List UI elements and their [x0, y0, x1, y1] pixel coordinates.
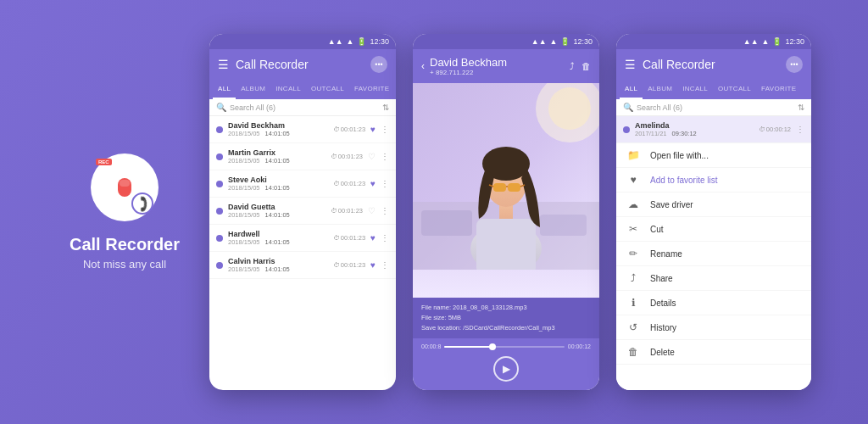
phone-1-status-bar: ▲▲ ▲ 🔋 12:30 — [209, 34, 396, 49]
call-dot-2 — [216, 181, 223, 187]
menu-save-driver[interactable]: ☁ Save driver — [616, 192, 811, 217]
heart-icon-1[interactable]: ♡ — [368, 152, 376, 161]
file-info-section: File name: 2018_08_08_133128.mp3 File si… — [413, 298, 599, 338]
highlighted-call-name: Amelinda — [635, 121, 754, 130]
branding-section: REC 📞 Call Recorder Not miss any call — [57, 153, 192, 271]
history-icon: ↺ — [626, 321, 640, 333]
back-button[interactable]: ‹ — [421, 60, 425, 72]
more-icon-2[interactable]: ⋮ — [381, 179, 389, 188]
search-text[interactable]: Search All (6) — [230, 103, 379, 112]
filter-icon[interactable]: ⇅ — [382, 103, 389, 112]
main-layout: REC 📞 Call Recorder Not miss any call ▲▲… — [0, 0, 868, 424]
phone-2: ▲▲ ▲ 🔋 12:30 ‹ David Beckham + 892.711.2… — [413, 34, 599, 390]
heart-icon-0[interactable]: ♥ — [370, 125, 376, 134]
wifi-icon-3: ▲ — [762, 37, 770, 46]
call-time-0: 14:01:05 — [265, 130, 290, 137]
call-item-5[interactable]: Calvin Harris 2018/15/05 14:01:05 ⏱ 00:0… — [209, 252, 396, 279]
photo-svg — [413, 83, 599, 270]
call-date-0: 2018/15/05 — [228, 130, 260, 137]
tab-all[interactable]: ALL — [213, 80, 236, 99]
filter-icon-3[interactable]: ⇅ — [798, 103, 804, 112]
call-dot-1 — [216, 153, 223, 160]
call-name-3: David Guetta — [228, 203, 326, 211]
call-name-5: Calvin Harris — [228, 257, 328, 265]
menu-open-file-label: Open file with... — [650, 151, 709, 160]
more-icon-1[interactable]: ⋮ — [381, 152, 389, 161]
call-time-3: 14:01:05 — [265, 211, 290, 219]
progress-track[interactable] — [444, 346, 564, 348]
heart-menu-icon: ♥ — [626, 174, 640, 186]
menu-history[interactable]: ↺ History — [616, 315, 811, 340]
heart-icon-4[interactable]: ♥ — [370, 233, 376, 243]
more-icon-highlighted[interactable]: ⋮ — [796, 125, 804, 134]
phone-3-more-icon[interactable]: ••• — [786, 56, 803, 73]
highlighted-call-date: 2017/11/21 — [635, 130, 667, 137]
menu-add-favorite[interactable]: ♥ Add to favorite list — [616, 168, 811, 192]
hamburger-icon[interactable]: ☰ — [218, 58, 229, 71]
call-time-1: 14:01:05 — [265, 157, 290, 165]
tab3-album[interactable]: ALBUM — [643, 80, 677, 99]
tab3-all[interactable]: ALL — [620, 80, 643, 99]
delete-icon[interactable]: 🗑 — [581, 61, 591, 71]
call-date-2: 2018/15/05 — [228, 184, 260, 192]
detail-header-icons: ⤴ 🗑 — [570, 61, 591, 71]
folder-icon: 📁 — [626, 149, 640, 161]
call-item-0[interactable]: David Beckham 2018/15/05 14:01:05 ⏱ 00:0… — [209, 116, 396, 143]
more-icon-0[interactable]: ⋮ — [381, 125, 389, 134]
contact-phone: + 892.711.222 — [430, 69, 565, 76]
time-start: 00:00:8 — [421, 343, 441, 349]
call-name-0: David Beckham — [228, 121, 328, 130]
share-icon[interactable]: ⤴ — [570, 61, 575, 71]
highlighted-call-time: 09:30:12 — [672, 130, 697, 137]
menu-cut[interactable]: ✂ Cut — [616, 217, 811, 242]
hamburger-icon-3[interactable]: ☰ — [625, 58, 636, 71]
tab-outcall[interactable]: OUTCALL — [306, 80, 349, 99]
call-item-4[interactable]: Hardwell 2018/15/05 14:01:05 ⏱ 00:01:23 … — [209, 225, 396, 252]
menu-cut-label: Cut — [650, 225, 664, 234]
more-icon-3[interactable]: ⋮ — [381, 206, 389, 215]
call-info-0: David Beckham 2018/15/05 14:01:05 — [228, 121, 328, 137]
menu-delete[interactable]: 🗑 Delete — [616, 340, 811, 365]
tab3-incall[interactable]: INCALL — [677, 80, 713, 99]
call-dot-highlighted — [623, 126, 630, 133]
player-controls: 00:00:8 00:00:12 ▶ — [413, 338, 599, 390]
progress-bar: 00:00:8 00:00:12 — [421, 343, 591, 349]
menu-rename[interactable]: ✏ Rename — [616, 242, 811, 266]
heart-icon-2[interactable]: ♥ — [370, 179, 376, 188]
wifi-icon-2: ▲ — [550, 37, 558, 46]
more-icon-4[interactable]: ⋮ — [381, 233, 389, 243]
call-item-1[interactable]: Martin Garrix 2018/15/05 14:01:05 ⏱ 00:0… — [209, 143, 396, 170]
call-item-2[interactable]: Steve Aoki 2018/15/05 14:01:05 ⏱ 00:01:2… — [209, 170, 396, 198]
phone-1-header: ☰ Call Recorder ••• — [209, 49, 396, 80]
highlighted-call-duration: ⏱ 00:00:12 — [759, 126, 791, 133]
menu-open-file[interactable]: 📁 Open file with... — [616, 143, 811, 168]
phone-1-tabs: ALL ALBUM INCALL OUTCALL FAVORITE — [209, 80, 396, 99]
clock-icon-2: ⏱ — [333, 180, 340, 187]
heart-icon-5[interactable]: ♥ — [370, 260, 376, 270]
signal-icon-2: ▲▲ — [531, 37, 547, 46]
scissors-icon: ✂ — [626, 223, 640, 235]
highlighted-call-item[interactable]: Amelinda 2017/11/21 09:30:12 ⏱ 00:00:12 … — [616, 116, 811, 143]
tab-incall[interactable]: INCALL — [270, 80, 306, 99]
menu-share[interactable]: ⤴ Share — [616, 266, 811, 291]
tab-favorite[interactable]: FAVORITE — [349, 80, 394, 99]
call-time-2: 14:01:05 — [265, 184, 290, 192]
svg-rect-3 — [540, 215, 587, 236]
branding-subtitle: Not miss any call — [83, 258, 166, 271]
call-item-3[interactable]: David Guetta 2018/15/05 14:01:05 ⏱ 00:01… — [209, 198, 396, 225]
call-dot-3 — [216, 208, 223, 215]
heart-icon-3[interactable]: ♡ — [368, 206, 376, 215]
menu-details[interactable]: ℹ Details — [616, 291, 811, 315]
search-text-3[interactable]: Search All (6) — [637, 103, 794, 112]
menu-delete-label: Delete — [650, 348, 675, 357]
tab3-favorite[interactable]: FAVORITE — [756, 80, 801, 99]
svg-rect-9 — [493, 183, 506, 192]
tab3-outcall[interactable]: OUTCALL — [713, 80, 756, 99]
more-icon-5[interactable]: ⋮ — [381, 260, 389, 270]
menu-rename-label: Rename — [650, 249, 682, 259]
svg-rect-2 — [421, 210, 472, 236]
phone-1-more-icon[interactable]: ••• — [370, 56, 387, 73]
tab-album[interactable]: ALBUM — [236, 80, 270, 99]
play-button[interactable]: ▶ — [493, 356, 519, 382]
edit-icon: ✏ — [626, 248, 640, 259]
